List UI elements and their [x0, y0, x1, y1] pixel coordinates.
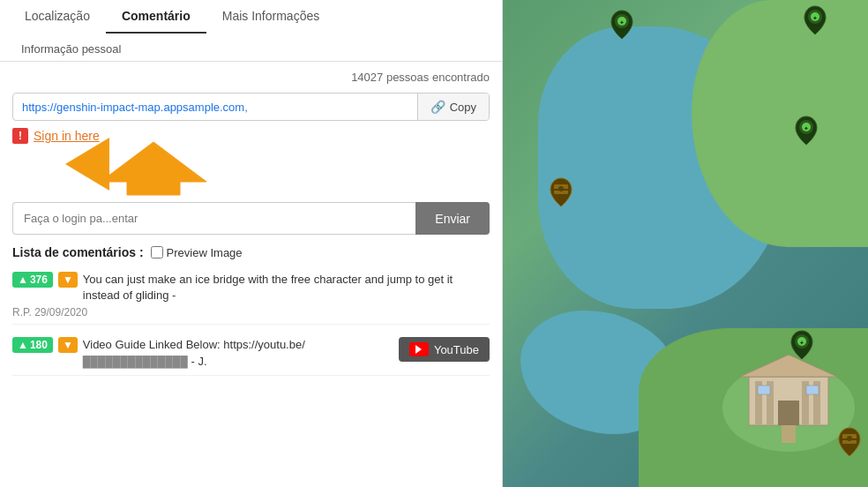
svg-marker-0	[101, 142, 206, 195]
svg-rect-24	[558, 186, 564, 191]
vote-down-1[interactable]: ▼	[58, 272, 78, 288]
comment-date-1: R.P. 29/09/2020	[12, 306, 490, 318]
copy-button[interactable]: 🔗 Copy	[417, 94, 489, 120]
svg-text:✦: ✦	[804, 125, 809, 131]
comment-text-2: Video Guide Linked Below: https://youtu.…	[83, 337, 393, 369]
map-pin-chest-2[interactable]	[835, 426, 864, 461]
comment-item-2: ▲ 180 ▼ Video Guide Linked Below: https:…	[12, 332, 490, 375]
tab-comentario[interactable]: Comentário	[106, 0, 206, 34]
comment-row-2: ▲ 180 ▼ Video Guide Linked Below: https:…	[12, 337, 490, 369]
map-pin-chest-1[interactable]	[547, 176, 575, 211]
map-pin-island[interactable]: ✦	[789, 329, 815, 363]
url-text: https://genshin-impact-map.appsample.com…	[13, 94, 417, 120]
youtube-icon	[409, 342, 429, 356]
map-panel: ✦ ✦ ✦	[503, 0, 868, 487]
people-count: 14027 pessoas encontrado	[12, 71, 490, 84]
preview-check-label[interactable]: Preview Image	[151, 246, 243, 259]
vote-up-1[interactable]: ▲ 376	[12, 272, 53, 288]
map-background: ✦ ✦ ✦	[503, 0, 868, 487]
svg-text:✦: ✦	[799, 340, 804, 346]
tabs-row1: Localização Comentário Mais Informações	[0, 0, 502, 34]
arrow-area	[12, 151, 490, 204]
left-panel: Localização Comentário Mais Informações …	[0, 0, 503, 487]
youtube-button[interactable]: YouTube	[399, 337, 490, 362]
svg-rect-12	[806, 386, 819, 394]
svg-rect-10	[782, 425, 796, 443]
vote-down-2[interactable]: ▼	[58, 337, 78, 353]
link-icon: 🔗	[430, 100, 445, 114]
youtube-play-icon	[415, 345, 422, 354]
svg-rect-27	[847, 436, 852, 441]
comment-input-row: Enviar	[12, 202, 490, 235]
map-pin-1[interactable]: ✦	[609, 9, 635, 43]
comment-text-1: You can just make an ice bridge with the…	[83, 272, 490, 303]
tabs-row2: Informação pessoal	[0, 34, 502, 61]
comments-label: Lista de comentários : Preview Image	[12, 245, 490, 259]
tab-localizacao[interactable]: Localização	[9, 0, 106, 34]
send-button[interactable]: Enviar	[415, 202, 490, 235]
sign-in-icon: !	[12, 128, 28, 144]
svg-rect-9	[778, 401, 799, 425]
preview-checkbox[interactable]	[151, 246, 163, 258]
content-area: 14027 pessoas encontrado https://genshin…	[0, 62, 502, 487]
vote-up-2[interactable]: ▲ 180	[12, 337, 53, 353]
map-pin-3[interactable]: ✦	[793, 115, 819, 149]
tabs-container: Localização Comentário Mais Informações …	[0, 0, 502, 62]
url-row: https://genshin-impact-map.appsample.com…	[12, 93, 490, 121]
tab-mais-informacoes[interactable]: Mais Informações	[206, 0, 335, 34]
svg-rect-11	[758, 386, 770, 394]
tab-informacao-pessoal[interactable]: Informação pessoal	[9, 37, 133, 61]
map-pin-2[interactable]: ✦	[802, 4, 828, 39]
arrow-indicator	[65, 133, 206, 204]
comment-input[interactable]	[12, 202, 415, 235]
comment-item-1: ▲ 376 ▼ You can just make an ice bridge …	[12, 266, 490, 325]
svg-marker-1	[65, 138, 109, 191]
svg-text:✦: ✦	[812, 15, 818, 21]
svg-text:✦: ✦	[619, 19, 625, 26]
comment-top-1: ▲ 376 ▼ You can just make an ice bridge …	[12, 272, 490, 303]
